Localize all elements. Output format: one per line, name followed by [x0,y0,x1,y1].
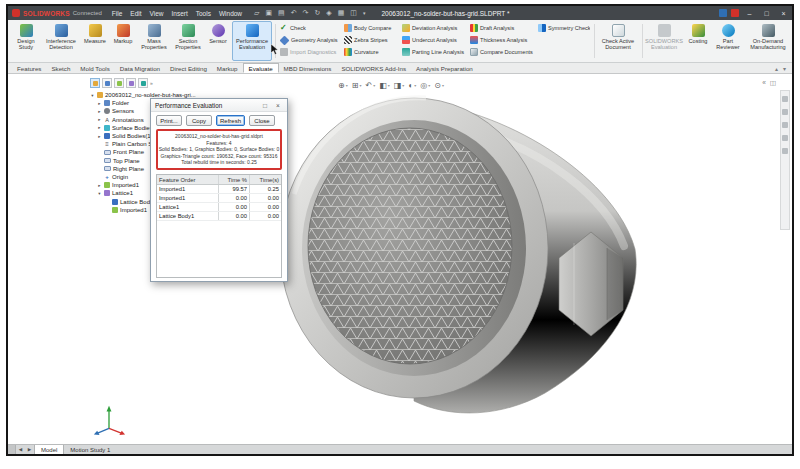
tab-solidworks-addins[interactable]: SOLIDWORKS Add-Ins [336,63,411,73]
costing-button[interactable]: Costing [686,21,710,61]
section-properties-button[interactable]: Section Properties [172,21,204,61]
propertymanager-tab[interactable] [102,78,112,88]
task-pane-palette-icon[interactable] [782,122,788,128]
expand-arrow-icon[interactable] [90,93,95,98]
import-diagnostics-button[interactable]: Import Diagnostics [280,46,342,58]
tab-evaluate[interactable]: Evaluate [243,63,279,73]
tab-scroll-box[interactable] [8,445,16,454]
motion-study-tab[interactable]: Motion Study 1 [64,445,116,454]
expand-arrow-icon[interactable] [97,109,102,114]
symmetry-check-button[interactable]: Symmetry Check [538,22,590,34]
lattice-grid[interactable] [308,128,512,364]
draft-analysis-button[interactable]: Draft Analysis [470,22,536,34]
minimize-button[interactable]: – [743,10,756,17]
task-pane-home-icon[interactable] [782,96,788,102]
print-button[interactable]: Print... [156,115,182,126]
refresh-button[interactable]: Refresh [216,115,245,126]
expand-arrow-icon[interactable] [97,125,102,130]
dialog-maximize-icon[interactable]: □ [260,102,270,109]
interference-detection-button[interactable]: Interference Detection [42,21,80,61]
appearance-icon[interactable] [338,9,345,17]
pin-ribbon-icon[interactable]: ▴ [775,65,778,72]
open-icon[interactable] [254,9,259,17]
geometry-analysis-button[interactable]: Geometry Analysis [280,34,342,46]
copy-button[interactable]: Copy [186,115,212,126]
tab-analysis-preparation[interactable]: Analysis Preparation [411,63,478,73]
tab-sketch[interactable]: Sketch [46,63,75,73]
displaymanager-tab[interactable] [138,78,148,88]
compare-documents-button[interactable]: Compare Documents [470,46,536,58]
undercut-analysis-button[interactable]: Undercut Analysis [402,34,468,46]
table-row[interactable]: Lattice1 0.00 0.00 [157,203,281,212]
tab-scroll-right-icon[interactable]: ▶ [25,445,34,454]
check-button[interactable]: Check [280,22,342,34]
graphics-area[interactable]: « ◫ [8,74,792,444]
table-row[interactable]: Imported1 0.00 0.00 [157,194,281,203]
tab-direct-editing[interactable]: Direct Editing [165,63,212,73]
pane-split-icon[interactable]: ◫ [770,79,776,87]
table-row[interactable]: Imported1 99.57 0.25 [157,185,281,194]
part-reviewer-button[interactable]: Part Reviewer [714,21,742,61]
measure-button[interactable]: Measure [82,21,108,61]
expand-arrow-icon[interactable] [97,117,102,122]
undo-icon[interactable] [291,9,297,17]
print-icon[interactable] [278,9,285,17]
featuremanager-tab[interactable] [90,78,100,88]
tab-scroll-left-icon[interactable]: ◀ [16,445,25,454]
deviation-analysis-button[interactable]: Deviation Analysis [402,22,468,34]
check-active-document-button[interactable]: Check Active Document [598,21,638,61]
curvature-button[interactable]: Curvature [344,46,400,58]
tab-mold-tools[interactable]: Mold Tools [75,63,114,73]
collapse-ribbon-icon[interactable]: ▾ [783,65,786,72]
thickness-analysis-button[interactable]: Thickness Analysis [470,34,536,46]
model-tab[interactable]: Model [34,445,64,454]
dialog-title-bar[interactable]: Performance Evaluation □ × [151,99,287,112]
expand-arrow-icon[interactable] [97,191,102,196]
rebuild-icon[interactable] [314,9,320,17]
task-pane-custom-icon[interactable] [782,148,788,154]
tab-mbd-dimensions[interactable]: MBD Dimensions [279,63,337,73]
menu-insert[interactable]: Insert [171,10,187,17]
tab-data-migration[interactable]: Data Migration [115,63,165,73]
menu-tools[interactable]: Tools [196,10,211,17]
expand-arrow-icon[interactable] [97,183,102,188]
tab-markup[interactable]: Markup [212,63,243,73]
3dexperience-icon[interactable] [719,9,727,17]
task-pane-library-icon[interactable] [782,109,788,115]
maximize-button[interactable]: □ [760,10,773,17]
performance-evaluation-button[interactable]: Performance Evaluation [232,21,272,61]
task-pane-appearances-icon[interactable] [782,135,788,141]
menu-window[interactable]: Window [219,10,242,17]
zebra-stripes-button[interactable]: Zebra Stripes [344,34,400,46]
dialog-close-icon[interactable]: × [273,102,283,109]
body-compare-button[interactable]: Body Compare [344,22,400,34]
design-study-button[interactable]: Design Study [12,21,40,61]
options-icon[interactable] [326,9,331,17]
configurationmanager-tab[interactable] [114,78,124,88]
mass-properties-button[interactable]: Mass Properties [138,21,170,61]
tree-tabs-more-icon[interactable]: » [150,80,153,86]
more-commands-icon[interactable] [363,9,366,17]
display-icon[interactable] [350,9,357,17]
task-pane-strip[interactable] [780,90,790,230]
dimxpertmanager-tab[interactable] [126,78,136,88]
expand-arrow-icon[interactable] [97,134,102,139]
on-demand-manufacturing-button[interactable]: On-Demand Manufacturing [746,21,790,61]
close-button[interactable]: × [777,10,790,17]
menu-edit[interactable]: Edit [130,10,141,17]
menu-file[interactable]: File [112,10,122,17]
solidworks-evaluation-button[interactable]: SOLIDWORKS Evaluation [646,21,682,61]
markup-button[interactable]: Markup [110,21,136,61]
tab-features[interactable]: Features [12,63,46,73]
table-row[interactable]: Lattice Body1 0.00 0.00 [157,212,281,221]
expand-arrow-icon[interactable] [97,101,102,106]
close-dialog-button[interactable]: Close [249,115,275,126]
redo-icon[interactable] [303,9,309,17]
collapse-pane-icon[interactable]: « [762,79,766,87]
menu-view[interactable]: View [150,10,164,17]
help-icon[interactable] [731,9,739,17]
sensor-button[interactable]: Sensor [206,21,230,61]
save-icon[interactable] [265,9,272,17]
parting-line-analysis-button[interactable]: Parting Line Analysis [402,46,468,58]
feature-time-table[interactable]: Feature Order Time % Time(s) Imported1 9… [156,174,282,278]
